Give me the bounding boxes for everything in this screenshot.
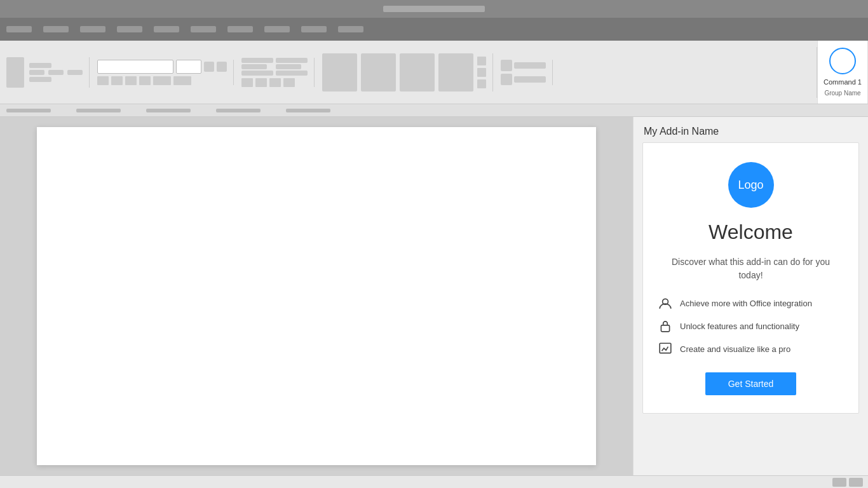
menu-item[interactable] xyxy=(117,26,142,32)
status-btn-2[interactable] xyxy=(849,478,863,487)
font-name-input[interactable] xyxy=(97,60,173,74)
ribbon-btn[interactable] xyxy=(255,78,267,87)
ribbon-icon xyxy=(501,74,512,85)
ribbon-nav-btn[interactable] xyxy=(477,79,486,88)
office-icon xyxy=(658,296,672,310)
ribbon-nav-btn[interactable] xyxy=(477,68,486,77)
sidebar-card: Logo Welcome Discover what this add-in c… xyxy=(642,142,859,414)
menu-item[interactable] xyxy=(301,26,327,32)
ribbon-format-btn[interactable] xyxy=(153,76,171,85)
ruler-mark xyxy=(146,109,191,112)
status-bar xyxy=(0,475,868,488)
status-btn-1[interactable] xyxy=(832,478,846,487)
ribbon-format-btn[interactable] xyxy=(111,76,123,85)
welcome-description: Discover what this add-in can do for you… xyxy=(658,255,843,282)
command-group-label: Group Name xyxy=(824,90,860,97)
menu-item[interactable] xyxy=(227,26,253,32)
ribbon-bar xyxy=(29,77,51,82)
feature-list: Achieve more with Office integration Unl… xyxy=(658,296,843,356)
ribbon-bar xyxy=(276,71,308,76)
ribbon-bar xyxy=(67,70,83,75)
command-circle-icon xyxy=(829,48,856,74)
ribbon-bar xyxy=(514,76,546,83)
chart-icon xyxy=(658,342,672,356)
menu-item[interactable] xyxy=(264,26,290,32)
ribbon-left xyxy=(0,41,817,104)
ribbon-format-btn[interactable] xyxy=(173,76,191,85)
menu-item[interactable] xyxy=(6,26,32,32)
sidebar: My Add-in Name Logo Welcome Discover wha… xyxy=(633,117,868,475)
feature-text-chart: Create and visualize like a pro xyxy=(680,344,790,354)
document-area[interactable] xyxy=(0,117,633,475)
ruler-mark xyxy=(76,109,121,112)
ribbon-btn[interactable] xyxy=(269,78,281,87)
menu-bar xyxy=(0,18,868,41)
ribbon-bar xyxy=(241,58,273,63)
ruler-mark xyxy=(286,109,330,112)
ribbon-format-btn[interactable] xyxy=(97,76,109,85)
ruler xyxy=(0,104,868,117)
menu-item[interactable] xyxy=(191,26,216,32)
svg-rect-1 xyxy=(661,325,669,332)
sidebar-title: My Add-in Name xyxy=(634,117,868,142)
ruler-mark xyxy=(6,109,51,112)
ribbon-bar xyxy=(48,70,64,75)
menu-item[interactable] xyxy=(338,26,363,32)
feature-item-chart: Create and visualize like a pro xyxy=(658,342,843,356)
ribbon-bar xyxy=(514,62,546,69)
ribbon-icon-small xyxy=(217,62,227,72)
get-started-button[interactable]: Get Started xyxy=(705,372,797,395)
ribbon: Command 1 Group Name xyxy=(0,41,868,104)
document-page[interactable] xyxy=(37,127,596,465)
menu-item[interactable] xyxy=(154,26,179,32)
ribbon-format-btn[interactable] xyxy=(139,76,151,85)
command-label: Command 1 xyxy=(824,78,862,86)
menu-item[interactable] xyxy=(43,26,69,32)
ribbon-bar xyxy=(241,71,273,76)
ribbon-btn[interactable] xyxy=(283,78,295,87)
ribbon-bar xyxy=(241,64,267,69)
ribbon-icon-large xyxy=(6,57,24,88)
svg-rect-2 xyxy=(660,343,671,353)
ribbon-icon-small xyxy=(204,62,214,72)
feature-item-lock: Unlock features and functionality xyxy=(658,319,843,333)
ribbon-nav-btn[interactable] xyxy=(477,57,486,65)
title-bar xyxy=(0,0,868,18)
ribbon-command-button[interactable]: Command 1 Group Name xyxy=(817,41,868,104)
style-box[interactable] xyxy=(438,53,473,92)
lock-icon xyxy=(658,319,672,333)
title-text xyxy=(383,6,485,12)
feature-item-office: Achieve more with Office integration xyxy=(658,296,843,310)
menu-item[interactable] xyxy=(80,26,105,32)
ribbon-bar xyxy=(276,64,301,69)
ruler-mark xyxy=(216,109,261,112)
ribbon-icon xyxy=(501,60,512,71)
font-size-input[interactable] xyxy=(176,60,201,74)
welcome-title: Welcome xyxy=(709,220,793,244)
style-box[interactable] xyxy=(361,53,396,92)
feature-text-office: Achieve more with Office integration xyxy=(680,299,812,308)
ribbon-bar xyxy=(29,63,51,68)
ribbon-block xyxy=(29,59,83,86)
ribbon-bar xyxy=(276,58,308,63)
main-content: My Add-in Name Logo Welcome Discover wha… xyxy=(0,117,868,475)
ribbon-btn[interactable] xyxy=(241,78,253,87)
ribbon-format-btn[interactable] xyxy=(125,76,137,85)
feature-text-lock: Unlock features and functionality xyxy=(680,322,799,331)
style-box[interactable] xyxy=(400,53,435,92)
logo-circle: Logo xyxy=(728,162,774,208)
style-box[interactable] xyxy=(322,53,357,92)
ribbon-bar xyxy=(29,70,44,75)
